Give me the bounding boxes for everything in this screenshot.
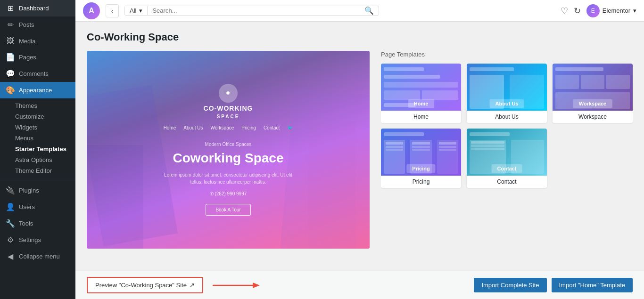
- templates-grid: Home Home: [381, 64, 633, 188]
- main-content: A ‹ All ▾ 🔍 ♡ ↻ E Elementor ▾ Co-Working…: [75, 0, 644, 299]
- chevron-down-icon: ▾: [633, 7, 636, 14]
- user-menu[interactable]: E Elementor ▾: [586, 4, 636, 17]
- posts-icon: ✏: [6, 20, 15, 29]
- nav-contact: Contact: [264, 125, 280, 130]
- sidebar-item-users[interactable]: 👤 Users: [0, 199, 75, 215]
- sidebar-item-tools[interactable]: 🔧 Tools: [0, 215, 75, 232]
- footer-buttons: Import Complete Site Import "Home" Templ…: [474, 278, 633, 292]
- templates-section: Page Templates Ho: [381, 51, 633, 271]
- sidebar-label-media: Media: [19, 38, 35, 45]
- template-card-contact[interactable]: Contact Contact: [467, 129, 547, 188]
- template-contact-preview: Contact: [467, 129, 547, 176]
- sidebar-label-plugins: Plugins: [19, 187, 39, 194]
- sidebar-sub-menus[interactable]: Menus: [15, 133, 75, 144]
- content-columns: ✦ Co-WorkingSPACE Home About Us Workspac…: [87, 51, 633, 271]
- sidebar-item-comments[interactable]: 💬 Comments: [0, 65, 75, 82]
- preview-section: ✦ Co-WorkingSPACE Home About Us Workspac…: [87, 51, 370, 271]
- preview-image: ✦ Co-WorkingSPACE Home About Us Workspac…: [87, 51, 370, 249]
- external-link-icon: ↗: [190, 282, 195, 289]
- comments-icon: 💬: [6, 69, 15, 78]
- template-card-about[interactable]: About Us About Us: [467, 64, 547, 123]
- preview-subtitle: Modern Office Spaces: [205, 142, 252, 147]
- nav-pricing: Pricing: [241, 125, 256, 130]
- avatar: E: [586, 4, 600, 17]
- nav-social: 🐦: [287, 125, 293, 130]
- sidebar-item-settings[interactable]: ⚙ Settings: [0, 232, 75, 248]
- preview-logo-area: ✦ Co-WorkingSPACE: [204, 84, 253, 120]
- content-body: Co-Working Space: [75, 22, 644, 271]
- sidebar-label-users: Users: [19, 203, 35, 210]
- topbar-right: ♡ ↻ E Elementor ▾: [561, 4, 636, 17]
- nav-about: About Us: [183, 125, 203, 130]
- nav-home: Home: [164, 125, 176, 130]
- sidebar-item-dashboard[interactable]: ⊞ Dashboard: [0, 0, 75, 16]
- import-template-button[interactable]: Import "Home" Template: [552, 278, 633, 292]
- sidebar-sub-theme-editor[interactable]: Theme Editor: [15, 165, 75, 176]
- appearance-icon: 🎨: [6, 86, 15, 95]
- import-complete-button[interactable]: Import Complete Site: [474, 278, 546, 292]
- filter-dropdown[interactable]: All ▾: [125, 6, 148, 15]
- preview-brand-name: Co-WorkingSPACE: [204, 105, 253, 120]
- favorites-icon[interactable]: ♡: [561, 6, 568, 16]
- template-card-workspace[interactable]: Workspace Workspace: [553, 64, 633, 123]
- preview-headline: Coworking Space: [173, 151, 284, 166]
- collapse-icon: ◀: [6, 252, 15, 261]
- tools-icon: 🔧: [6, 219, 15, 228]
- preview-description: Lorem ipsum dolor sit amet, consectetur …: [162, 171, 294, 186]
- template-about-label: About Us: [467, 111, 547, 123]
- logo-letter: A: [89, 7, 94, 15]
- refresh-icon[interactable]: ↻: [574, 6, 581, 16]
- sidebar-label-settings: Settings: [19, 236, 41, 243]
- arrow-indicator: [213, 280, 260, 291]
- sidebar-sub-starter-templates[interactable]: Starter Templates: [15, 144, 75, 154]
- template-card-home[interactable]: Home Home: [381, 64, 461, 123]
- sidebar-item-appearance[interactable]: 🎨 Appearance: [0, 82, 75, 98]
- preview-phone: ✆ (262) 990 9997: [210, 191, 247, 196]
- preview-logo-icon: ✦: [219, 84, 238, 103]
- dashboard-icon: ⊞: [6, 4, 15, 13]
- sidebar-label-tools: Tools: [19, 220, 33, 227]
- users-icon: 👤: [6, 202, 15, 211]
- sidebar-label-collapse: Collapse menu: [19, 253, 60, 260]
- back-button[interactable]: ‹: [106, 4, 119, 17]
- search-input[interactable]: [148, 6, 360, 15]
- sidebar: ⊞ Dashboard ✏ Posts 🖼 Media 📄 Pages 💬 Co…: [0, 0, 75, 299]
- sidebar-item-media[interactable]: 🖼 Media: [0, 33, 75, 49]
- preview-cta-button[interactable]: Book A Tour: [206, 204, 250, 216]
- page-title: Co-Working Space: [87, 31, 633, 43]
- sidebar-sub-themes[interactable]: Themes: [15, 100, 75, 111]
- chevron-down-icon: ▾: [139, 7, 142, 14]
- preview-content: ✦ Co-WorkingSPACE Home About Us Workspac…: [87, 51, 370, 249]
- pages-icon: 📄: [6, 53, 15, 62]
- template-pricing-label: Pricing: [381, 176, 461, 188]
- sidebar-label-appearance: Appearance: [19, 87, 52, 94]
- sidebar-label-comments: Comments: [19, 70, 49, 77]
- template-home-label: Home: [381, 111, 461, 123]
- template-pricing-preview: Pricing: [381, 129, 461, 176]
- template-contact-label: Contact: [467, 176, 547, 188]
- sidebar-item-posts[interactable]: ✏ Posts: [0, 16, 75, 33]
- templates-section-title: Page Templates: [381, 51, 633, 58]
- media-icon: 🖼: [6, 37, 15, 45]
- sidebar-item-pages[interactable]: 📄 Pages: [0, 49, 75, 65]
- filter-value: All: [130, 7, 136, 14]
- plugins-icon: 🔌: [6, 186, 15, 195]
- topbar-logo: A: [83, 2, 100, 19]
- preview-mockup: ✦ Co-WorkingSPACE Home About Us Workspac…: [87, 51, 370, 249]
- svg-marker-5: [253, 283, 260, 288]
- sidebar-item-collapse[interactable]: ◀ Collapse menu: [0, 248, 75, 265]
- sidebar-sub-customize[interactable]: Customize: [15, 111, 75, 122]
- preview-nav: Home About Us Workspace Pricing Contact …: [164, 125, 293, 130]
- sidebar-sub-widgets[interactable]: Widgets: [15, 122, 75, 133]
- search-bar: All ▾ 🔍: [124, 6, 379, 16]
- content-area: Co-Working Space: [75, 22, 644, 299]
- sidebar-item-plugins[interactable]: 🔌 Plugins: [0, 182, 75, 199]
- template-about-preview: About Us: [467, 64, 547, 111]
- sidebar-appearance-submenu: Themes Customize Widgets Menus Starter T…: [0, 98, 75, 178]
- preview-site-button[interactable]: Preview "Co-Working Space" Site ↗: [87, 277, 203, 293]
- template-card-pricing[interactable]: Pricing Pricing: [381, 129, 461, 188]
- settings-icon: ⚙: [6, 235, 15, 244]
- footer: Preview "Co-Working Space" Site ↗ Import…: [75, 271, 644, 299]
- user-label: Elementor: [603, 7, 630, 14]
- sidebar-sub-astra-options[interactable]: Astra Options: [15, 154, 75, 165]
